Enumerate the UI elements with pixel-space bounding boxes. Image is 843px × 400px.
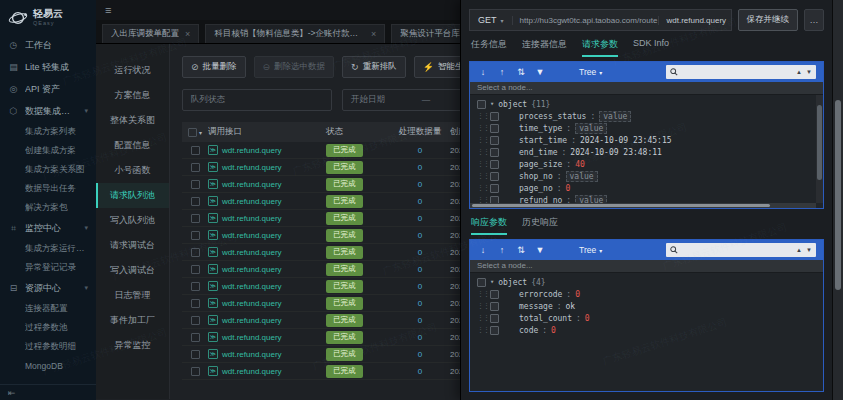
api-name[interactable]: wdt.refund.query — [222, 214, 282, 223]
node-breadcrumb[interactable]: Select a node... — [470, 82, 823, 95]
sort-icon[interactable]: ⇅ — [515, 246, 527, 255]
row-checkbox[interactable] — [191, 248, 200, 257]
row-checkbox[interactable] — [191, 333, 200, 342]
sidebar-item[interactable]: 解决方案包 — [0, 198, 96, 217]
sidebar-item[interactable]: 过程参数池 — [0, 318, 96, 337]
field-value[interactable]: 2024-10-09 23:48:11 — [570, 148, 662, 157]
node-menu-button[interactable] — [490, 172, 499, 181]
field-name[interactable]: start_time — [519, 136, 567, 145]
api-name[interactable]: wdt.refund.query — [222, 231, 282, 240]
field-value[interactable]: 0 — [551, 326, 556, 335]
solution-menu-item[interactable]: 配置信息 — [96, 133, 169, 158]
drag-handle-icon[interactable]: ⋮⋮ — [477, 136, 486, 144]
solution-menu-item[interactable]: 方案信息 — [96, 83, 169, 108]
solution-menu-item[interactable]: 请求调试台 — [96, 233, 169, 258]
field-value[interactable]: 40 — [575, 160, 585, 169]
sidebar-item[interactable]: 创建集成方案 — [0, 141, 96, 160]
row-checkbox[interactable] — [191, 163, 200, 172]
api-name[interactable]: wdt.refund.query — [222, 333, 282, 342]
mode-select[interactable]: Tree ▾ — [579, 67, 602, 77]
save-continue-button[interactable]: 保存并继续 — [738, 9, 799, 31]
solution-menu-item[interactable]: 写入调试台 — [96, 258, 169, 283]
field-value[interactable]: 0 — [575, 290, 580, 299]
field-name[interactable]: shop_no — [519, 172, 553, 181]
drag-handle-icon[interactable]: ⋮⋮ — [477, 290, 486, 298]
sidebar-item[interactable]: MongoDB — [0, 356, 96, 375]
node-menu-button[interactable] — [490, 290, 499, 299]
search-prev-icon[interactable]: ▲ — [796, 69, 802, 75]
filter-icon[interactable]: ▼ — [534, 246, 546, 255]
drag-handle-icon[interactable]: ⋮⋮ — [477, 314, 486, 322]
collapse-all-icon[interactable]: ↑ — [496, 246, 508, 255]
expand-all-icon[interactable]: ↓ — [477, 246, 489, 255]
node-menu-button[interactable] — [490, 184, 499, 193]
node-menu-button[interactable] — [490, 302, 499, 311]
api-name[interactable]: wdt.refund.query — [222, 180, 282, 189]
api-name[interactable]: wdt.refund.query — [222, 316, 282, 325]
response-tab[interactable]: 响应参数 — [471, 216, 507, 235]
drag-handle-icon[interactable]: ⋮⋮ — [477, 302, 486, 310]
sidebar-item[interactable]: ⊟资源中心▾ — [0, 277, 96, 299]
mode-select[interactable]: Tree ▾ — [579, 245, 602, 255]
row-checkbox[interactable] — [191, 350, 200, 359]
sidebar-item[interactable]: ◎API 资产 — [0, 78, 96, 100]
api-name[interactable]: wdt.refund.query — [222, 299, 282, 308]
drawer-tab[interactable]: SDK Info — [633, 38, 669, 57]
collapse-node-icon[interactable]: ▾ — [490, 278, 494, 286]
close-icon[interactable]: × — [371, 29, 376, 39]
api-name[interactable]: wdt.refund.query — [222, 146, 282, 155]
node-menu-button[interactable] — [490, 112, 499, 121]
sidebar-item[interactable]: ⌗监控中心▾ — [0, 217, 96, 239]
row-checkbox[interactable] — [191, 316, 200, 325]
sort-icon[interactable]: ⇅ — [515, 68, 527, 77]
request-path[interactable]: wdt.refund.query — [658, 16, 730, 25]
api-name[interactable]: wdt.refund.query — [222, 197, 282, 206]
row-checkbox[interactable] — [191, 282, 200, 291]
drag-handle-icon[interactable]: ⋮⋮ — [477, 172, 486, 180]
solution-menu-item[interactable]: 异常监控 — [96, 333, 169, 358]
solution-menu-item[interactable]: 整体关系图 — [96, 108, 169, 133]
solution-menu-item[interactable]: 写入队列池 — [96, 208, 169, 233]
drag-handle-icon[interactable]: ⋮⋮ — [477, 124, 486, 132]
field-name[interactable]: end_time — [519, 148, 558, 157]
field-value[interactable]: 2024-10-09 23:45:15 — [580, 136, 672, 145]
solution-menu-item[interactable]: 日志管理 — [96, 283, 169, 308]
field-name[interactable]: time_type — [519, 124, 562, 133]
field-value[interactable]: 0 — [585, 314, 590, 323]
api-name[interactable]: wdt.refund.query — [222, 367, 282, 376]
hamburger-icon[interactable]: ≡ — [105, 5, 111, 16]
api-name[interactable]: wdt.refund.query — [222, 248, 282, 257]
row-checkbox[interactable] — [191, 180, 200, 189]
field-name[interactable]: code — [519, 326, 538, 335]
node-menu-button[interactable] — [490, 136, 499, 145]
collapse-all-icon[interactable]: ↑ — [496, 68, 508, 77]
sidebar-item[interactable]: 连接器配置 — [0, 299, 96, 318]
sidebar-item[interactable]: 数据导出任务 — [0, 179, 96, 198]
more-button[interactable]: … — [804, 9, 824, 31]
chevron-down-icon[interactable]: ▾ — [199, 129, 202, 136]
api-name[interactable]: wdt.refund.query — [222, 350, 282, 359]
field-name[interactable]: message — [519, 302, 553, 311]
sidebar-item[interactable]: 过程参数明细 — [0, 337, 96, 356]
row-checkbox[interactable] — [191, 367, 200, 376]
collapse-node-icon[interactable]: ▾ — [490, 100, 494, 108]
sidebar-item[interactable]: 集成方案关系图 — [0, 160, 96, 179]
node-breadcrumb[interactable]: Select a node... — [470, 260, 823, 273]
row-checkbox[interactable] — [191, 146, 200, 155]
api-name[interactable]: wdt.refund.query — [222, 265, 282, 274]
field-name[interactable]: page_size — [519, 160, 562, 169]
tree-horizontal-scrollbar-thumb[interactable] — [472, 204, 770, 207]
drag-handle-icon[interactable]: ⋮⋮ — [477, 326, 486, 334]
row-checkbox[interactable] — [191, 214, 200, 223]
sidebar-item[interactable]: ⬡数据集成方案▾ — [0, 100, 96, 122]
node-menu-button[interactable] — [490, 124, 499, 133]
row-checkbox[interactable] — [191, 299, 200, 308]
toolbar-button[interactable]: ⊘批量删除 — [182, 56, 246, 78]
field-name[interactable]: errorcode — [519, 290, 562, 299]
request-url[interactable]: http://hu3cgwt0tc.api.taobao.com/route — [512, 16, 659, 25]
queue-status-select[interactable]: 队列状态 — [182, 89, 332, 111]
sidebar-item[interactable]: 集成方案列表 — [0, 122, 96, 141]
field-value[interactable]: ok — [566, 302, 576, 311]
open-tab[interactable]: 科目核销【物料信息类】->企账付款单【用友】× — [205, 24, 385, 43]
field-name[interactable]: process_status — [519, 112, 586, 121]
